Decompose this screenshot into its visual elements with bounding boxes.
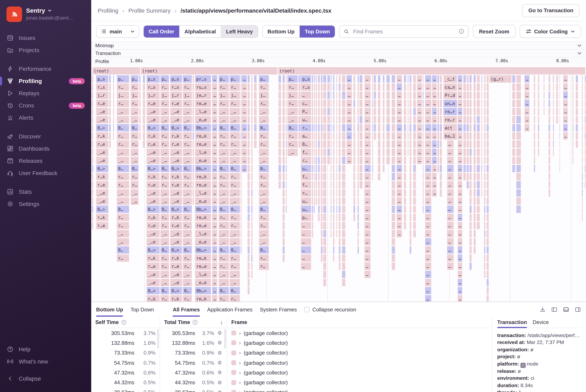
flame-frame[interactable] <box>339 238 341 246</box>
flame-frame[interactable] <box>474 148 476 156</box>
flame-frame[interactable] <box>423 140 423 148</box>
flame-frame[interactable] <box>192 165 194 172</box>
flame-frame[interactable]: 0… <box>219 124 229 132</box>
total-time-cell[interactable]: 47.32ms0.6%⚙ <box>160 368 227 378</box>
flame-frame[interactable] <box>358 148 359 156</box>
flame-frame[interactable] <box>469 173 472 180</box>
flame-frame[interactable]: p…s <box>170 75 182 83</box>
flame-frame[interactable] <box>440 165 442 172</box>
flame-frame[interactable]: … <box>301 262 311 270</box>
flame-frame[interactable] <box>440 181 442 188</box>
flame-frame[interactable]: _… <box>131 189 139 196</box>
flame-frame[interactable] <box>474 108 476 115</box>
flame-frame[interactable]: r…e <box>170 100 182 107</box>
flame-frame[interactable] <box>534 148 535 156</box>
flame-frame[interactable]: … <box>347 83 352 91</box>
flame-frame[interactable] <box>559 116 560 123</box>
flame-frame[interactable] <box>323 116 326 123</box>
flame-frame[interactable] <box>484 262 486 270</box>
flame-frame[interactable] <box>339 254 341 262</box>
flame-frame[interactable] <box>240 238 241 246</box>
self-time-cell[interactable]: 73.33ms0.9% <box>91 348 160 358</box>
flame-frame[interactable] <box>143 124 145 132</box>
flame-frame[interactable] <box>423 83 423 91</box>
flame-frame[interactable]: _… <box>230 148 240 156</box>
flame-frame[interactable]: j… <box>117 92 129 99</box>
flame-frame[interactable] <box>353 108 355 115</box>
dock-left-icon[interactable] <box>551 306 557 312</box>
flame-frame[interactable] <box>247 279 250 286</box>
flame-frame[interactable] <box>282 181 285 188</box>
flame-frame[interactable] <box>408 148 408 156</box>
flame-frame[interactable] <box>553 132 554 140</box>
flame-frame[interactable] <box>467 92 469 99</box>
flame-frame[interactable] <box>331 148 332 156</box>
flame-frame[interactable]: r… <box>131 140 139 148</box>
flame-frame[interactable] <box>358 173 359 180</box>
flame-frame[interactable]: … <box>447 148 454 156</box>
flame-frame[interactable] <box>240 246 241 254</box>
flame-frame[interactable]: r…k <box>147 214 160 221</box>
flame-frame[interactable] <box>413 222 416 229</box>
flame-frame[interactable]: je…r <box>195 92 211 99</box>
flame-frame[interactable] <box>576 132 578 140</box>
flame-frame[interactable]: r… <box>288 140 298 148</box>
flame-frame[interactable] <box>538 83 539 91</box>
flame-frame[interactable] <box>467 124 469 132</box>
flame-frame[interactable] <box>240 214 241 221</box>
checkbox[interactable] <box>304 307 309 312</box>
flame-frame[interactable] <box>360 116 362 123</box>
flame-frame[interactable] <box>113 75 114 83</box>
flame-frame[interactable] <box>413 148 416 156</box>
flame-frame[interactable]: … <box>364 75 371 83</box>
flame-frame[interactable] <box>298 100 300 107</box>
flame-frame[interactable] <box>339 189 341 196</box>
flame-frame[interactable]: re…e <box>195 222 211 229</box>
flame-frame[interactable]: _… <box>183 238 192 246</box>
flame-frame[interactable] <box>549 140 550 148</box>
frame-cell[interactable]: ›(garbage collector) <box>227 338 492 348</box>
flame-frame[interactable] <box>327 92 330 99</box>
flame-frame[interactable] <box>474 230 476 237</box>
flame-frame[interactable] <box>336 140 337 148</box>
flame-frame[interactable] <box>538 100 539 107</box>
flame-frame[interactable]: p… <box>161 75 169 83</box>
flame-frame[interactable] <box>481 140 482 148</box>
flame-frame[interactable]: r… <box>288 132 298 140</box>
flame-frame[interactable]: … <box>447 230 454 237</box>
flame-frame[interactable]: … <box>447 246 454 254</box>
flame-frame[interactable] <box>372 75 373 83</box>
flame-frame[interactable] <box>559 100 560 107</box>
flame-frame[interactable]: _…e <box>96 148 108 156</box>
flame-frame[interactable] <box>516 189 521 196</box>
chevron-right-icon[interactable]: › <box>239 380 241 386</box>
flame-frame[interactable]: … <box>301 238 311 246</box>
flame-frame[interactable]: f… <box>301 181 311 188</box>
frame-cell[interactable]: ›(garbage collector) <box>227 358 492 368</box>
flame-frame[interactable] <box>538 108 539 115</box>
flame-frame[interactable] <box>553 100 554 107</box>
flame-frame[interactable] <box>286 75 287 83</box>
flame-frame[interactable] <box>534 108 535 115</box>
flame-frame[interactable] <box>572 124 573 132</box>
flame-frame[interactable] <box>474 92 476 99</box>
flame-frame[interactable] <box>413 165 416 172</box>
flame-frame[interactable] <box>323 270 326 278</box>
flame-frame[interactable] <box>342 156 345 164</box>
flame-frame[interactable] <box>440 75 442 83</box>
flame-frame[interactable] <box>469 189 472 196</box>
flame-frame[interactable] <box>469 75 472 83</box>
flame-frame[interactable] <box>321 214 323 221</box>
flame-frame[interactable]: … <box>432 108 437 115</box>
flame-frame[interactable]: j… <box>219 92 229 99</box>
flame-frame[interactable] <box>358 238 359 246</box>
flame-frame[interactable] <box>109 83 111 91</box>
flame-frame[interactable] <box>404 148 406 156</box>
flame-frame[interactable] <box>477 140 480 148</box>
flame-frame[interactable]: r… <box>161 140 169 148</box>
flame-frame[interactable]: … <box>242 140 247 148</box>
flame-frame[interactable] <box>318 75 320 83</box>
flame-frame[interactable]: … <box>563 116 568 123</box>
flame-frame[interactable]: … <box>364 230 371 237</box>
flame-frame[interactable]: … <box>364 189 371 196</box>
